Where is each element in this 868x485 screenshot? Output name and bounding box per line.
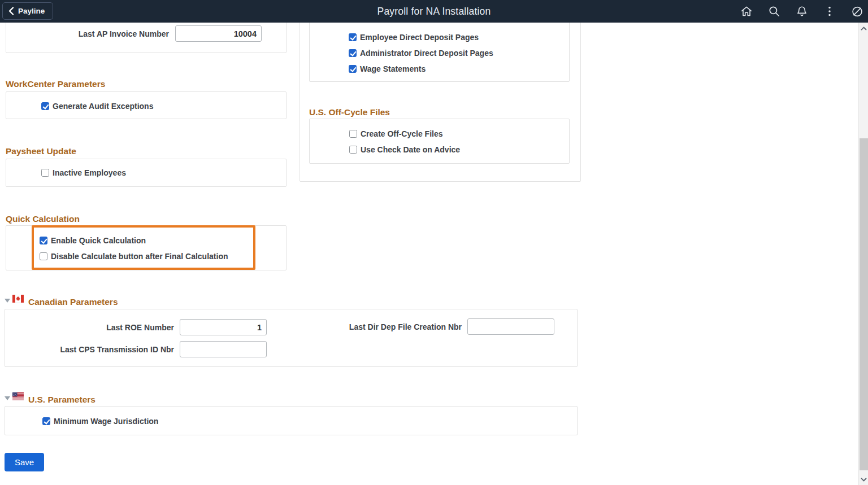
quick-calculation-heading: Quick Calculation xyxy=(6,214,80,224)
ap-invoice-label: Last AP Invoice Number xyxy=(33,29,169,38)
quick-calculation-highlight-box xyxy=(32,225,255,270)
last-dir-dep-file-label: Last Dir Dep File Creation Nbr xyxy=(326,322,462,331)
header-bar: Payline Payroll for NA Installation xyxy=(0,0,868,23)
wage-statements-label: Wage Statements xyxy=(360,64,426,73)
header-icon-group xyxy=(740,0,863,23)
us-flag-icon xyxy=(12,392,24,400)
off-cycle-groupbox xyxy=(309,119,570,164)
canadian-collapse-triangle-icon[interactable] xyxy=(5,299,10,303)
last-cps-transmission-label: Last CPS Transmission ID Nbr xyxy=(38,345,174,354)
vertical-scrollbar[interactable] xyxy=(858,23,868,485)
canadian-groupbox xyxy=(5,309,578,367)
last-cps-transmission-input[interactable] xyxy=(180,341,267,357)
paysheet-update-heading: Paysheet Update xyxy=(6,146,76,156)
notifications-bell-icon[interactable] xyxy=(796,5,808,18)
wage-statements-checkbox[interactable] xyxy=(349,65,357,73)
us-parameters-heading: U.S. Parameters xyxy=(28,395,96,405)
scroll-down-arrow-icon[interactable] xyxy=(859,475,868,484)
ap-invoice-input[interactable] xyxy=(175,25,262,42)
administrator-direct-deposit-checkbox[interactable] xyxy=(349,49,357,57)
use-check-date-checkbox[interactable] xyxy=(349,146,357,154)
enable-quick-calculation-checkbox[interactable] xyxy=(40,237,47,244)
payroll-na-installation-page: Payline Payroll for NA Installation xyxy=(0,0,868,485)
create-off-cycle-files-checkbox[interactable] xyxy=(349,130,357,138)
employee-direct-deposit-label: Employee Direct Deposit Pages xyxy=(360,33,479,42)
last-dir-dep-file-input[interactable] xyxy=(467,318,554,335)
generate-audit-exceptions-checkbox[interactable] xyxy=(41,102,49,110)
minimum-wage-jurisdiction-label: Minimum Wage Jurisdiction xyxy=(54,417,158,426)
page-title: Payroll for NA Installation xyxy=(0,0,868,23)
scrollbar-thumb[interactable] xyxy=(860,138,868,470)
enable-quick-calculation-label: Enable Quick Calculation xyxy=(51,236,146,245)
generate-audit-exceptions-label: Generate Audit Exceptions xyxy=(53,102,153,111)
actions-menu-kebab-icon[interactable] xyxy=(823,5,836,18)
inactive-employees-checkbox[interactable] xyxy=(41,169,49,177)
canada-flag-icon xyxy=(12,295,24,303)
save-button[interactable]: Save xyxy=(5,453,44,471)
disable-calculate-button-checkbox[interactable] xyxy=(40,252,47,260)
scroll-up-arrow-icon[interactable] xyxy=(859,24,868,33)
create-off-cycle-files-label: Create Off-Cycle Files xyxy=(361,129,443,138)
last-roe-number-label: Last ROE Number xyxy=(38,323,174,332)
minimum-wage-jurisdiction-checkbox[interactable] xyxy=(42,417,50,425)
employee-direct-deposit-checkbox[interactable] xyxy=(349,33,357,41)
navbar-compass-icon[interactable] xyxy=(851,5,863,18)
administrator-direct-deposit-label: Administrator Direct Deposit Pages xyxy=(360,49,493,58)
canadian-parameters-heading: Canadian Parameters xyxy=(28,297,118,307)
last-roe-number-input[interactable] xyxy=(180,319,267,335)
inactive-employees-label: Inactive Employees xyxy=(53,168,126,177)
workcenter-parameters-heading: WorkCenter Parameters xyxy=(6,79,105,89)
us-off-cycle-files-heading: U.S. Off-Cycle Files xyxy=(309,107,390,117)
search-icon[interactable] xyxy=(768,5,780,18)
home-icon[interactable] xyxy=(740,5,753,18)
us-collapse-triangle-icon[interactable] xyxy=(5,396,10,400)
disable-calculate-button-label: Disable Calculate button after Final Cal… xyxy=(51,252,228,261)
use-check-date-label: Use Check Date on Advice xyxy=(361,145,460,154)
